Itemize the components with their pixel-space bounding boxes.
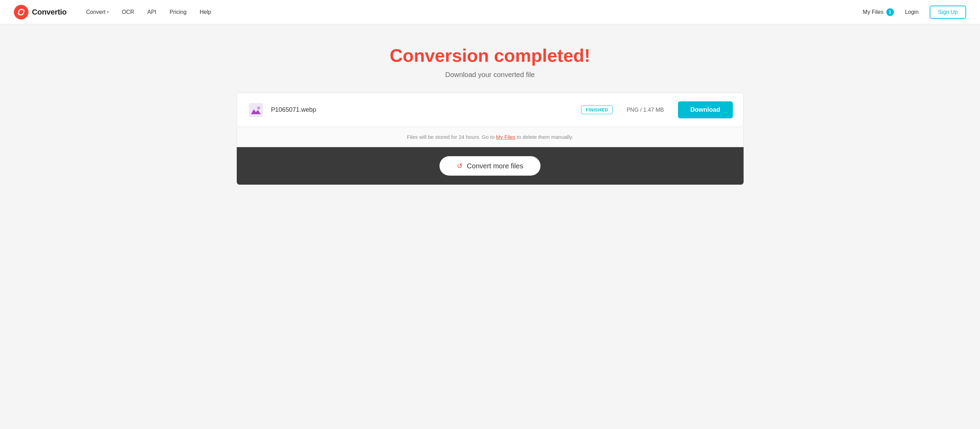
svg-point-3 (257, 106, 260, 109)
signup-button[interactable]: Sign Up (930, 6, 966, 19)
storage-notice: Files will be stored for 24 hours. Go to… (237, 127, 744, 147)
nav-pricing[interactable]: Pricing (164, 6, 192, 18)
logo-icon (14, 5, 29, 19)
file-type-icon (249, 103, 263, 117)
convert-more-button[interactable]: ↺ Convert more files (439, 156, 541, 176)
nav-ocr[interactable]: OCR (116, 6, 140, 18)
my-files-link[interactable]: My Files (496, 134, 515, 140)
completion-title: Conversion completed! (390, 45, 590, 66)
svg-rect-1 (249, 103, 263, 117)
nav-help[interactable]: Help (194, 6, 216, 18)
file-icon-wrap (248, 102, 264, 118)
nav-links: Convert ▾ OCR API Pricing Help (81, 6, 863, 18)
status-badge: FINISHED (581, 105, 613, 114)
main-content: Conversion completed! Download your conv… (0, 24, 980, 185)
download-button[interactable]: Download (678, 101, 733, 118)
svg-point-0 (14, 5, 29, 19)
bottom-bar: ↺ Convert more files (237, 147, 744, 185)
my-files-button[interactable]: My Files 1 (863, 8, 894, 16)
convert-more-label: Convert more files (467, 162, 523, 170)
refresh-icon: ↺ (457, 162, 463, 170)
file-card: P1065071.webp FINISHED PNG / 1.47 MB Dow… (237, 93, 744, 127)
nav-api[interactable]: API (142, 6, 162, 18)
login-button[interactable]: Login (901, 6, 923, 18)
nav-right: My Files 1 Login Sign Up (863, 6, 966, 19)
nav-convert[interactable]: Convert ▾ (81, 6, 114, 18)
card-container: P1065071.webp FINISHED PNG / 1.47 MB Dow… (237, 93, 744, 185)
storage-notice-text: Files will be stored for 24 hours. Go to (407, 134, 496, 140)
my-files-badge: 1 (886, 8, 894, 16)
file-name: P1065071.webp (271, 106, 574, 113)
file-size-info: PNG / 1.47 MB (627, 107, 664, 113)
completion-subtitle: Download your converted file (445, 71, 535, 79)
logo-text: Convertio (32, 8, 67, 17)
logo-link[interactable]: Convertio (14, 5, 67, 19)
storage-notice-text-end: to delete them manually. (515, 134, 573, 140)
chevron-down-icon: ▾ (107, 10, 109, 14)
navbar: Convertio Convert ▾ OCR API Pricing Help… (0, 0, 980, 24)
